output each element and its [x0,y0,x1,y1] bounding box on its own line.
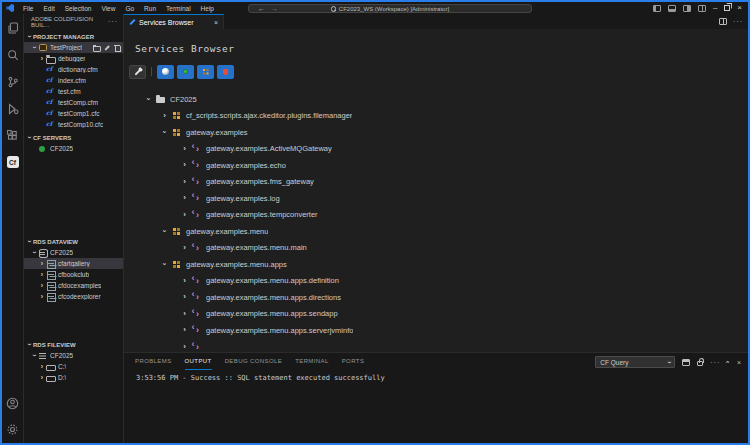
list-item[interactable]: cfdocexamples [24,280,123,291]
source-control-icon[interactable] [6,75,20,89]
bottom-panel: PROBLEMSOUTPUTDEBUG CONSOLETERMINALPORTS… [124,352,748,443]
list-item[interactable]: dictionary.cfm [24,64,123,75]
run-debug-icon[interactable] [6,102,20,116]
list-item[interactable]: test.cfm [24,86,123,97]
list-item[interactable]: index.cfm [24,75,123,86]
row-icon [46,373,55,382]
search-activity-icon[interactable] [6,48,20,62]
list-item[interactable]: cfcodeexplorer [24,291,123,302]
red-marker-icon [223,69,228,75]
menubar-item[interactable]: Help [197,4,218,13]
list-item[interactable]: CF2025 [24,143,123,154]
restore-button[interactable] [724,5,730,11]
section-header-cf-servers[interactable]: CF SERVERS [24,132,123,143]
toggle-secondary-sidebar-icon[interactable] [683,5,691,12]
row-icon [46,120,55,129]
menubar-item[interactable]: Edit [39,4,58,13]
panel-tab[interactable]: PORTS [342,353,365,370]
split-editor-icon[interactable] [719,18,727,25]
toolbar-divider [151,67,152,76]
account-icon[interactable] [6,396,20,410]
row-icon [192,210,202,220]
edit-icon[interactable] [103,44,110,51]
menubar-item[interactable]: Selection [61,4,96,13]
panel-tab[interactable]: PROBLEMS [135,353,172,370]
list-item[interactable]: CF2025 [124,91,748,108]
list-item[interactable]: cfbookclub [24,269,123,280]
menubar-item[interactable]: View [97,4,119,13]
list-item[interactable]: testComp10.cfc [24,119,123,130]
list-item[interactable]: gateway.examples.log [124,190,748,207]
open-output-in-editor-icon[interactable] [682,359,690,366]
maximize-panel-icon[interactable]: › [725,361,733,364]
tab-close-icon[interactable]: × [214,19,218,26]
marker-filter-button[interactable] [217,65,234,79]
activity-bar: Cf [2,14,24,443]
list-item[interactable]: gateway.examples.menu.apps.directions [124,289,748,306]
command-center-search[interactable]: CF2023_WS (Workspace) [Administrator] [248,4,532,13]
minimize-button[interactable]: – [713,4,717,12]
menubar-item[interactable]: Go [121,4,138,13]
list-item[interactable]: TestProject [24,42,123,53]
panel-tab[interactable]: OUTPUT [185,353,212,370]
menubar-item[interactable]: Run [140,4,160,13]
services-browser-view: Services Browser [124,29,748,352]
list-item[interactable]: CF2025 [24,247,123,258]
sidebar-more-icon[interactable]: ··· [108,18,118,25]
list-item[interactable] [124,339,748,353]
list-item[interactable]: gateway.examples.menu.main [124,240,748,257]
list-item[interactable]: C:\ [24,361,123,372]
list-item[interactable]: gateway.examples [124,124,748,141]
list-item[interactable]: D:\ [24,372,123,383]
tab-services-browser[interactable]: Services Browser × [124,14,224,29]
editor-more-actions-icon[interactable]: ··· [733,18,743,25]
row-label: gateway.examples.ActiveMQGateway [206,144,332,153]
panel-tab[interactable]: TERMINAL [295,353,329,370]
refresh-pin-button[interactable] [129,65,146,79]
new-folder-icon[interactable] [93,44,100,51]
section-header-rds-dataview[interactable]: RDS DATAVIEW [24,236,123,247]
forward-arrow-icon[interactable]: → [271,5,278,12]
list-item[interactable]: gateway.examples.menu.apps.serverjvminfo [124,322,748,339]
globe-filter-button[interactable] [157,65,174,79]
chevron-down-icon [26,341,32,348]
list-item[interactable]: gateway.examples.echo [124,157,748,174]
section-title: CF SERVERS [33,135,71,141]
close-window-button[interactable]: × [737,4,742,12]
extensions-icon[interactable] [6,129,20,143]
list-item[interactable]: gateway.examples.ActiveMQGateway [124,141,748,158]
list-item[interactable]: CF2025 [24,350,123,361]
list-item[interactable]: gateway.examples.tempconverter [124,207,748,224]
menubar-item[interactable]: File [19,4,37,13]
list-item[interactable]: debugger [24,53,123,64]
section-header-project-manager[interactable]: PROJECT MANAGER [24,31,123,42]
row-label: index.cfm [58,77,86,84]
list-item[interactable]: testComp.cfm [24,97,123,108]
list-item[interactable]: gateway.examples.menu [124,223,748,240]
explorer-icon[interactable] [6,21,20,35]
toggle-panel-icon[interactable] [668,5,676,12]
delete-icon[interactable] [113,44,120,51]
list-item[interactable]: cf_scripts.scripts.ajax.ckeditor.plugins… [124,108,748,125]
coldfusion-activity-icon[interactable]: Cf [7,156,19,168]
green-dot-filter-button[interactable] [177,65,194,79]
panel-more-actions-icon[interactable]: ··· [710,359,720,366]
list-item[interactable]: gateway.examples.menu.apps [124,256,748,273]
panel-tab[interactable]: DEBUG CONSOLE [225,353,283,370]
list-item[interactable]: gateway.examples.fms_gateway [124,174,748,191]
package-filter-button[interactable] [197,65,214,79]
menubar-item[interactable]: Terminal [162,4,195,13]
section-header-rds-fileview[interactable]: RDS FILEVIEW [24,339,123,350]
settings-gear-icon[interactable] [6,422,20,436]
list-item[interactable]: cfartgallery [24,258,123,269]
list-item[interactable]: gateway.examples.menu.apps.sendapp [124,306,748,323]
customize-layout-icon[interactable] [698,5,706,12]
close-panel-icon[interactable]: × [737,359,741,366]
lock-scroll-icon[interactable] [697,361,703,366]
chevron-icon [181,244,188,252]
back-arrow-icon[interactable]: ← [258,5,265,12]
output-channel-select[interactable]: CF Query › [595,356,675,368]
toggle-sidebar-icon[interactable] [653,5,661,12]
list-item[interactable]: gateway.examples.menu.apps.definition [124,273,748,290]
list-item[interactable]: testComp1.cfc [24,108,123,119]
